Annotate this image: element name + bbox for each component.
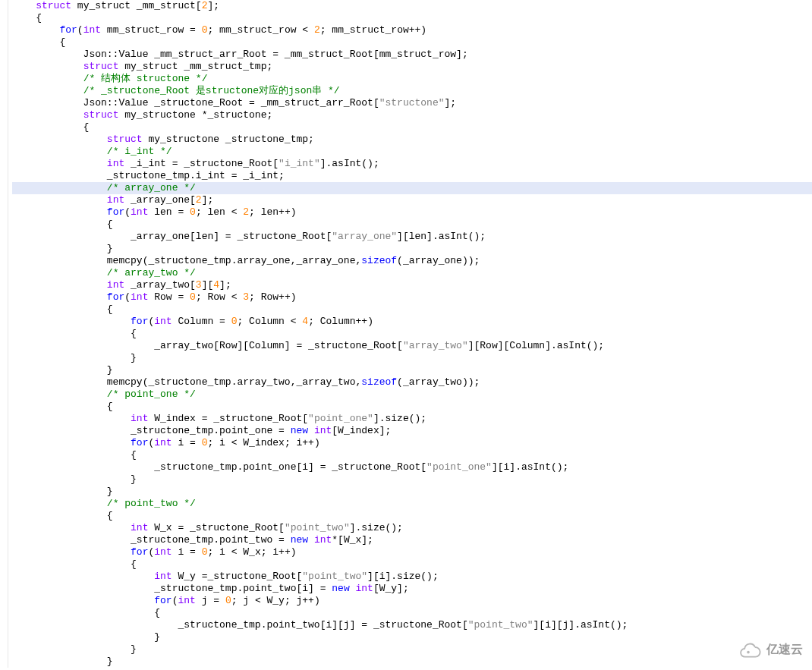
- code-line[interactable]: memcpy(_structone_tmp.array_one,_array_o…: [12, 255, 812, 267]
- code-line[interactable]: /* array_one */: [12, 182, 812, 194]
- code-line[interactable]: int W_x = _structone_Root["point_two"].s…: [12, 522, 812, 534]
- code-line[interactable]: /* array_two */: [12, 267, 812, 279]
- cloud-icon: [735, 640, 762, 659]
- code-line[interactable]: }: [12, 473, 812, 486]
- code-line[interactable]: int W_index = _structone_Root["point_one…: [12, 413, 812, 425]
- code-line[interactable]: /* 结构体 structone */: [12, 73, 812, 85]
- code-line[interactable]: struct my_structone _structone_tmp;: [12, 134, 812, 146]
- code-line[interactable]: }: [12, 243, 812, 255]
- code-line[interactable]: {: [12, 12, 812, 24]
- code-line[interactable]: /* point_one */: [12, 388, 812, 401]
- code-line[interactable]: for(int Column = 0; Column < 4; Column++…: [12, 316, 812, 328]
- code-line[interactable]: _array_one[len] = _structone_Root["array…: [12, 231, 812, 243]
- code-line[interactable]: /* point_two */: [12, 498, 812, 510]
- code-line[interactable]: /* _structone_Root 是structone对应的json串 */: [12, 85, 812, 97]
- code-line[interactable]: {: [12, 607, 812, 619]
- code-line[interactable]: struct my_struct _mm_struct_tmp;: [12, 61, 812, 73]
- code-line[interactable]: Json::Value _mm_struct_arr_Root = _mm_st…: [12, 49, 812, 61]
- code-line[interactable]: {: [12, 401, 812, 413]
- code-line[interactable]: }: [12, 656, 812, 668]
- code-line[interactable]: int W_y =_structone_Root["point_two"][i]…: [12, 571, 812, 583]
- code-line[interactable]: {: [12, 121, 812, 134]
- code-line[interactable]: }: [12, 486, 812, 498]
- code-line[interactable]: _structone_tmp.point_one[i] = _structone…: [12, 461, 812, 473]
- watermark-logo: 亿速云: [735, 640, 803, 659]
- code-line[interactable]: _structone_tmp.point_two[i][j] = _struct…: [12, 619, 812, 631]
- svg-point-0: [747, 651, 750, 654]
- code-line[interactable]: {: [12, 558, 812, 571]
- code-line[interactable]: }: [12, 364, 812, 376]
- code-line[interactable]: {: [12, 449, 812, 461]
- code-line[interactable]: /* i_int */: [12, 146, 812, 158]
- code-line[interactable]: _array_two[Row][Column] = _structone_Roo…: [12, 340, 812, 352]
- code-line[interactable]: struct my_struct _mm_struct[2];: [12, 0, 812, 12]
- code-line[interactable]: for(int i = 0; i < W_index; i++): [12, 437, 812, 449]
- editor-gutter: [0, 0, 8, 668]
- code-line[interactable]: memcpy(_structone_tmp.array_two,_array_t…: [12, 376, 812, 388]
- code-line[interactable]: for(int i = 0; i < W_x; i++): [12, 546, 812, 558]
- code-line[interactable]: {: [12, 328, 812, 340]
- watermark-text: 亿速云: [766, 643, 803, 656]
- code-line[interactable]: int _i_int = _structone_Root["i_int"].as…: [12, 158, 812, 170]
- code-line[interactable]: }: [12, 352, 812, 364]
- code-line[interactable]: }: [12, 643, 812, 656]
- code-line[interactable]: _structone_tmp.i_int = _i_int;: [12, 170, 812, 182]
- code-line[interactable]: struct my_structone *_structone;: [12, 109, 812, 121]
- code-line[interactable]: }: [12, 631, 812, 643]
- code-line[interactable]: {: [12, 304, 812, 316]
- code-editor[interactable]: struct my_struct _mm_struct[2]; { for(in…: [0, 0, 812, 668]
- code-line[interactable]: _structone_tmp.point_two = new int*[W_x]…: [12, 534, 812, 546]
- code-line[interactable]: {: [12, 36, 812, 49]
- code-line[interactable]: _structone_tmp.point_one = new int[W_ind…: [12, 425, 812, 437]
- code-line[interactable]: Json::Value _structone_Root = _mm_struct…: [12, 97, 812, 109]
- code-line[interactable]: for(int Row = 0; Row < 3; Row++): [12, 291, 812, 304]
- code-line[interactable]: for(int len = 0; len < 2; len++): [12, 206, 812, 219]
- code-line[interactable]: {: [12, 510, 812, 522]
- code-line[interactable]: {: [12, 219, 812, 231]
- code-line[interactable]: for(int mm_struct_row = 0; mm_struct_row…: [12, 24, 812, 36]
- code-line[interactable]: _structone_tmp.point_two[i] = new int[W_…: [12, 583, 812, 595]
- code-line[interactable]: for(int j = 0; j < W_y; j++): [12, 595, 812, 607]
- code-line[interactable]: int _array_two[3][4];: [12, 279, 812, 291]
- code-line[interactable]: int _array_one[2];: [12, 194, 812, 206]
